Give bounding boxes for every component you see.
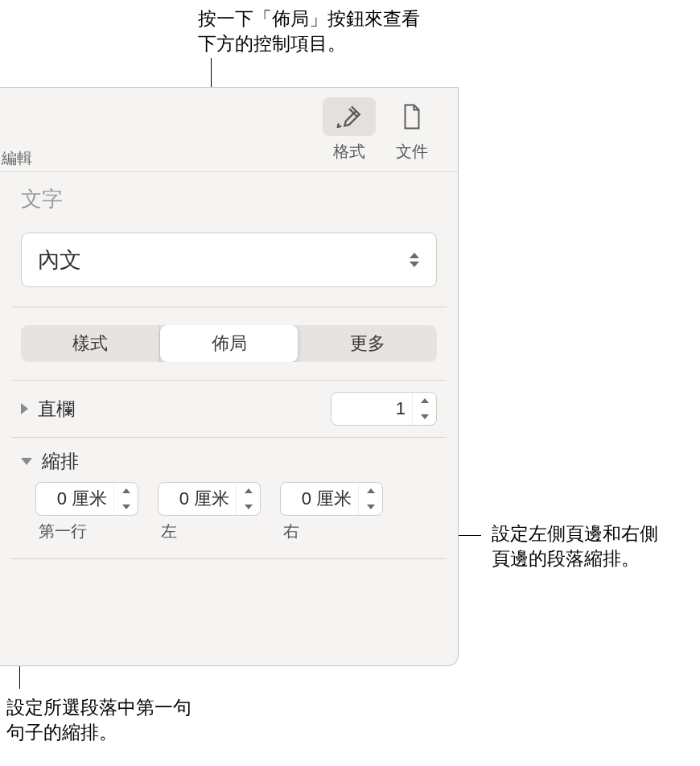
paragraph-style-dropdown[interactable]: 內文: [21, 233, 437, 287]
stepper-down-icon[interactable]: [237, 499, 260, 515]
indent-row: 縮排: [0, 438, 458, 477]
toolbar-label: 文件: [396, 141, 428, 163]
chevron-up-down-icon: [407, 253, 422, 267]
annotation-text: 句子的縮排。: [6, 722, 117, 743]
tab-label: 樣式: [72, 332, 108, 356]
indent-right-stepper[interactable]: 0 厘米: [280, 482, 383, 516]
indent-label: 縮排: [42, 449, 79, 474]
style-layout-more-tabs: 樣式 佈局 更多: [21, 325, 437, 362]
stepper-value: 0 厘米: [36, 487, 113, 511]
columns-stepper[interactable]: 1: [331, 392, 437, 426]
divider: [11, 307, 447, 307]
annotation-layout-hint: 按一下「佈局」按鈕來查看 下方的控制項目。: [198, 6, 420, 56]
columns-row: 直欄 1: [0, 381, 458, 437]
section-title-text: 文字: [0, 172, 458, 228]
document-button[interactable]: 文件: [381, 97, 443, 163]
stepper-arrows[interactable]: [113, 483, 138, 515]
stepper-up-icon[interactable]: [114, 483, 138, 499]
disclosure-triangle-icon[interactable]: [21, 403, 28, 414]
indent-right-col: 0 厘米 右: [280, 482, 383, 542]
stepper-value: 1: [331, 398, 412, 419]
indent-first-label: 第一行: [39, 521, 87, 542]
stepper-down-icon[interactable]: [413, 409, 436, 425]
indent-left-stepper[interactable]: 0 厘米: [158, 482, 261, 516]
indent-left-label: 左: [161, 521, 177, 542]
toolbar: 編輯 格式 文件: [0, 88, 458, 172]
stepper-arrows[interactable]: [412, 393, 436, 425]
stepper-up-icon[interactable]: [413, 393, 436, 409]
toolbar-label: 格式: [333, 141, 365, 163]
tab-style[interactable]: 樣式: [21, 325, 160, 362]
tab-layout[interactable]: 佈局: [160, 325, 299, 362]
stepper-arrows[interactable]: [236, 483, 260, 515]
indent-left-col: 0 厘米 左: [158, 482, 261, 542]
tab-label: 佈局: [212, 332, 247, 356]
inspector-panel: 編輯 格式 文件 文字 內文 樣式 佈局 更多 直欄 1: [0, 87, 459, 666]
stepper-down-icon[interactable]: [359, 499, 382, 515]
annotation-text: 設定左側頁邊和右側: [492, 523, 658, 544]
edit-label: 編輯: [2, 148, 32, 169]
annotation-text: 下方的控制項目。: [198, 33, 346, 54]
disclosure-triangle-icon[interactable]: [21, 458, 32, 465]
stepper-up-icon[interactable]: [237, 483, 260, 499]
document-icon: [385, 97, 439, 136]
tab-label: 更多: [350, 332, 385, 356]
format-button[interactable]: 格式: [318, 97, 381, 163]
annotation-margin-indent: 設定左側頁邊和右側 頁邊的段落縮排。: [492, 521, 658, 571]
dropdown-value: 內文: [38, 245, 81, 274]
divider: [11, 558, 447, 559]
annotation-text: 設定所選段落中第一句: [6, 697, 191, 718]
annotation-text: 按一下「佈局」按鈕來查看: [198, 8, 420, 29]
indent-first-stepper[interactable]: 0 厘米: [35, 482, 138, 516]
indent-right-label: 右: [283, 521, 299, 542]
paintbrush-icon: [323, 97, 376, 136]
indent-fields: 0 厘米 第一行 0 厘米 左 0 厘米: [0, 477, 458, 542]
annotation-text: 頁邊的段落縮排。: [492, 548, 640, 569]
stepper-up-icon[interactable]: [359, 483, 382, 499]
stepper-down-icon[interactable]: [114, 499, 138, 515]
columns-label: 直欄: [38, 397, 75, 422]
stepper-value: 0 厘米: [281, 487, 358, 511]
stepper-value: 0 厘米: [159, 487, 236, 511]
annotation-firstline: 設定所選段落中第一句 句子的縮排。: [6, 695, 191, 745]
stepper-arrows[interactable]: [358, 483, 382, 515]
indent-first-col: 0 厘米 第一行: [35, 482, 138, 542]
tab-more[interactable]: 更多: [299, 325, 437, 362]
